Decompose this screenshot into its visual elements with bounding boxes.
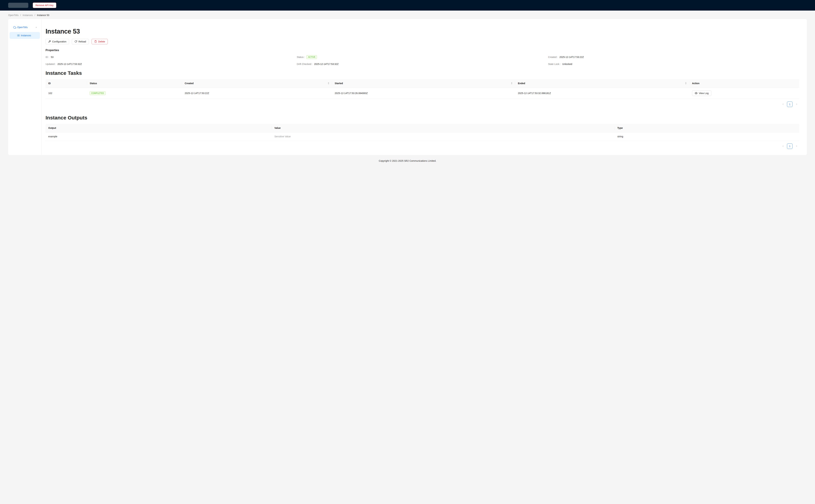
configuration-button-label: Configuration xyxy=(52,40,66,43)
chevron-right-icon xyxy=(796,103,798,105)
tasks-col-ended[interactable]: Ended xyxy=(515,79,689,88)
tasks-col-ended-label: Ended xyxy=(518,82,525,85)
sidebar-item-instances[interactable]: Instances xyxy=(10,32,40,39)
tool-icon xyxy=(48,40,51,43)
pagination-page-1[interactable]: 1 xyxy=(787,143,793,149)
sort-carets-icon xyxy=(328,82,329,84)
top-header: Remove API Key xyxy=(0,0,815,11)
eye-icon xyxy=(695,92,698,95)
property-status: Status:ACTIVE xyxy=(297,55,548,59)
tasks-col-status: Status xyxy=(87,79,182,88)
list-icon xyxy=(17,34,20,37)
reload-icon xyxy=(74,40,77,43)
sidebar-item-label: Instances xyxy=(21,34,31,37)
output-value-cell: Sensitive Value xyxy=(272,132,615,141)
view-log-button[interactable]: View Log xyxy=(692,90,711,96)
property-id: ID:53 xyxy=(45,55,297,59)
delete-button-label: Delete xyxy=(98,40,105,43)
breadcrumb: OpenTofu / Instances / Instance 53 xyxy=(0,11,815,19)
property-drift-checked: Drift Checked:2025-12-14T17:53:32Z xyxy=(297,63,548,65)
sidebar-group-opentofu[interactable]: OpenTofu xyxy=(10,24,40,31)
view-log-button-label: View Log xyxy=(699,92,709,95)
task-started-cell: 2025-12-14T17:53:26.084083Z xyxy=(332,88,515,99)
sidebar-group-label: OpenTofu xyxy=(17,26,34,29)
breadcrumb-item-opentofu[interactable]: OpenTofu xyxy=(8,14,19,17)
status-badge: ACTIVE xyxy=(307,55,317,59)
pagination-next-button[interactable] xyxy=(794,102,799,107)
table-row: 102 COMPLETED 2025-12-14T17:53:22Z 2025-… xyxy=(45,88,799,99)
tasks-col-action: Action xyxy=(689,79,799,88)
delete-button[interactable]: Delete xyxy=(92,39,108,44)
sidebar: OpenTofu Instances xyxy=(8,19,41,155)
tasks-col-created-label: Created xyxy=(185,82,193,85)
outputs-pagination: 1 xyxy=(45,143,799,149)
breadcrumb-item-current: Instance 53 xyxy=(37,14,49,17)
property-updated: Updated:2025-12-14T17:53:32Z xyxy=(45,63,297,65)
content-card: OpenTofu Instances Instance 53 Configura… xyxy=(8,19,807,155)
task-id-cell: 102 xyxy=(45,88,87,99)
task-ended-cell: 2025-12-14T17:53:32.066181Z xyxy=(515,88,689,99)
properties-grid: ID:53 Status:ACTIVE Created:2025-12-14T1… xyxy=(45,55,799,65)
sort-carets-icon xyxy=(685,82,687,84)
instance-tasks-heading: Instance Tasks xyxy=(45,70,799,76)
chevron-left-icon xyxy=(782,103,784,105)
breadcrumb-separator: / xyxy=(35,14,35,17)
instance-tasks-table: ID Status Created Started Ended Action xyxy=(45,79,799,99)
output-name-cell: example xyxy=(45,132,272,141)
tasks-pagination: 1 xyxy=(45,102,799,107)
tasks-col-started-label: Started xyxy=(335,82,343,85)
main-content: Instance 53 Configuration Reload Delete xyxy=(41,19,807,155)
instance-outputs-heading: Instance Outputs xyxy=(45,115,799,121)
reload-button[interactable]: Reload xyxy=(72,39,89,44)
app-logo[interactable] xyxy=(8,3,28,8)
chevron-up-icon xyxy=(35,26,37,28)
tasks-col-created[interactable]: Created xyxy=(182,79,332,88)
cloud-icon xyxy=(13,26,16,29)
outputs-col-type: Type xyxy=(615,124,799,132)
properties-heading: Properties xyxy=(45,49,799,52)
property-state-lock: State Lock:Unlocked xyxy=(548,63,799,65)
outputs-col-output: Output xyxy=(45,124,272,132)
chevron-left-icon xyxy=(782,145,784,147)
property-created: Created:2025-12-14T17:53:22Z xyxy=(548,55,799,59)
reload-button-label: Reload xyxy=(78,40,86,43)
pagination-prev-button[interactable] xyxy=(780,102,786,107)
sort-carets-icon xyxy=(511,82,512,84)
tasks-col-id: ID xyxy=(45,79,87,88)
toolbar: Configuration Reload Delete xyxy=(45,39,799,44)
outputs-col-value: Value xyxy=(272,124,615,132)
output-type-cell: string xyxy=(615,132,799,141)
trash-icon xyxy=(94,40,97,43)
tasks-header-row: ID Status Created Started Ended Action xyxy=(45,79,799,88)
status-badge: COMPLETED xyxy=(90,91,105,95)
task-action-cell: View Log xyxy=(689,88,799,99)
pagination-page-1[interactable]: 1 xyxy=(787,102,793,107)
tasks-col-started[interactable]: Started xyxy=(332,79,515,88)
task-status-cell: COMPLETED xyxy=(87,88,182,99)
breadcrumb-item-instances[interactable]: Instances xyxy=(23,14,33,17)
pagination-prev-button[interactable] xyxy=(780,143,786,149)
outputs-header-row: Output Value Type xyxy=(45,124,799,132)
task-created-cell: 2025-12-14T17:53:22Z xyxy=(182,88,332,99)
breadcrumb-separator: / xyxy=(20,14,21,17)
instance-outputs-table: Output Value Type example Sensitive Valu… xyxy=(45,124,799,141)
chevron-right-icon xyxy=(796,145,798,147)
footer-copyright: Copyright © 2021-2025 SR2 Communications… xyxy=(0,155,815,167)
page-title: Instance 53 xyxy=(45,28,799,35)
remove-api-key-button[interactable]: Remove API Key xyxy=(33,3,56,8)
configuration-button[interactable]: Configuration xyxy=(45,39,69,44)
pagination-next-button[interactable] xyxy=(794,143,799,149)
table-row: example Sensitive Value string xyxy=(45,132,799,141)
